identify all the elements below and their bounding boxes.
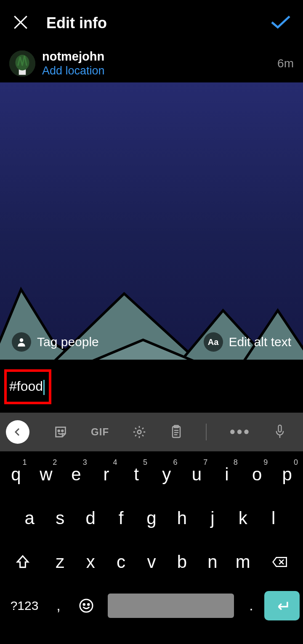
key-num: 0 [294, 458, 298, 467]
key-l[interactable]: l [259, 500, 288, 536]
gear-icon [132, 425, 146, 439]
tag-people-label: Tag people [37, 335, 99, 349]
shift-icon [15, 554, 31, 570]
key-d[interactable]: d [76, 500, 105, 536]
key-i[interactable]: i8 [213, 456, 241, 493]
backspace-icon [271, 555, 289, 569]
clipboard-button[interactable] [170, 424, 183, 440]
key-t[interactable]: t5 [122, 456, 151, 493]
edit-alt-text-button[interactable]: Aa Edit alt text [204, 332, 291, 352]
gif-button[interactable]: GIF [91, 426, 109, 438]
post-meta: notmejohn Add location 6m [0, 46, 303, 82]
close-icon [12, 13, 29, 31]
person-icon [12, 332, 31, 352]
key-e[interactable]: e3 [62, 456, 90, 493]
key-k[interactable]: k [229, 500, 257, 536]
keyboard: q1w2e3r4t5y6u7i8o9p0 asdfghjkl zxcvbnm ?… [0, 451, 303, 632]
keyboard-toolbar: GIF ••• [0, 413, 303, 451]
toolbar-items: GIF ••• [42, 424, 297, 440]
key-o[interactable]: o9 [243, 456, 271, 493]
check-icon [270, 14, 291, 31]
key-a[interactable]: a [15, 500, 44, 536]
key-b[interactable]: b [167, 544, 196, 580]
confirm-button[interactable] [270, 14, 291, 32]
enter-icon [274, 600, 290, 612]
key-row-2: asdfghjkl [2, 500, 301, 536]
clipboard-icon [170, 424, 183, 440]
period-key[interactable]: . [241, 588, 262, 624]
key-num: 9 [263, 458, 268, 467]
tag-people-button[interactable]: Tag people [12, 332, 99, 352]
timestamp: 6m [277, 57, 294, 70]
add-location-button[interactable]: Add location [42, 64, 105, 77]
key-num: 3 [83, 458, 87, 467]
svg-point-24 [83, 604, 85, 605]
key-num: 1 [23, 458, 27, 467]
sticker-button[interactable] [53, 425, 68, 439]
toolbar-collapse-button[interactable] [6, 420, 29, 444]
key-j[interactable]: j [198, 500, 227, 536]
key-r[interactable]: r4 [92, 456, 121, 493]
header: Edit info [0, 0, 303, 46]
emoji-key[interactable] [72, 588, 101, 624]
key-q[interactable]: q1 [2, 456, 30, 493]
image-overlays: Tag people Aa Edit alt text [0, 332, 303, 352]
page-title: Edit info [46, 14, 107, 32]
svg-rect-19 [278, 425, 281, 432]
key-h[interactable]: h [167, 500, 196, 536]
key-row-1: q1w2e3r4t5y6u7i8o9p0 [2, 456, 301, 493]
space-key[interactable] [108, 594, 234, 618]
chevron-left-icon [13, 427, 23, 437]
key-f[interactable]: f [106, 500, 135, 536]
key-z[interactable]: z [46, 544, 74, 580]
svg-point-23 [80, 599, 93, 612]
caption-area: #food [0, 361, 303, 413]
username-block: notmejohn Add location [42, 50, 105, 77]
numeric-switch-key[interactable]: ?123 [3, 588, 45, 624]
caption-text: #food [9, 379, 43, 394]
key-x[interactable]: x [76, 544, 105, 580]
avatar[interactable] [9, 50, 35, 77]
key-u[interactable]: u7 [183, 456, 211, 493]
voice-input-button[interactable] [274, 424, 286, 440]
settings-button[interactable] [132, 425, 146, 439]
key-n[interactable]: n [198, 544, 227, 580]
key-row-bottom: ?123 , . [2, 588, 301, 624]
toolbar-divider [206, 424, 207, 440]
post-image[interactable]: Tag people Aa Edit alt text [0, 82, 303, 361]
comma-key[interactable]: , [48, 588, 69, 624]
key-g[interactable]: g [137, 500, 166, 536]
key-num: 2 [53, 458, 57, 467]
alt-text-icon: Aa [204, 332, 223, 352]
sticker-icon [53, 425, 68, 439]
key-num: 6 [173, 458, 178, 467]
key-row-3: zxcvbnm [2, 544, 301, 580]
key-num: 5 [143, 458, 147, 467]
dots-icon: ••• [230, 423, 251, 440]
svg-point-12 [62, 430, 64, 432]
key-num: 8 [234, 458, 238, 467]
caption-input[interactable]: #food [9, 379, 45, 394]
svg-point-11 [58, 430, 60, 432]
svg-point-13 [138, 430, 141, 434]
key-c[interactable]: c [106, 544, 135, 580]
avatar-image [9, 50, 35, 77]
svg-point-25 [88, 604, 89, 605]
key-w[interactable]: w2 [32, 456, 61, 493]
key-v[interactable]: v [137, 544, 166, 580]
key-y[interactable]: y6 [152, 456, 181, 493]
key-m[interactable]: m [229, 544, 257, 580]
key-p[interactable]: p0 [273, 456, 301, 493]
caption-highlight: #food [4, 369, 51, 404]
key-num: 4 [113, 458, 117, 467]
close-button[interactable] [12, 13, 29, 33]
post-meta-left: notmejohn Add location [9, 50, 105, 77]
text-cursor [43, 380, 45, 395]
svg-point-10 [20, 338, 24, 342]
username[interactable]: notmejohn [42, 50, 105, 64]
backspace-key[interactable] [259, 544, 301, 580]
edit-alt-label: Edit alt text [229, 335, 291, 349]
enter-key[interactable] [264, 591, 300, 620]
shift-key[interactable] [2, 544, 44, 580]
key-s[interactable]: s [45, 500, 74, 536]
